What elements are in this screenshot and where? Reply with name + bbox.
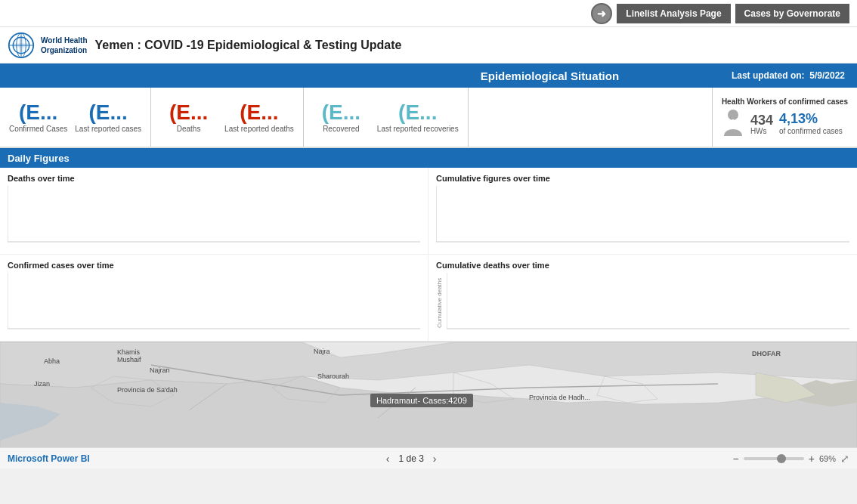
last-reported-cases-label: Last reported cases (75, 125, 141, 133)
last-deaths-label: Last reported deaths (224, 125, 294, 133)
hw-count-label: HWs (750, 127, 773, 135)
confirmed-cases-over-time-title: Confirmed cases over time (8, 261, 420, 270)
confirmed-cases-group: (E... Confirmed Cases (E... Last reporte… (0, 88, 151, 147)
confirmed-cases-label: Confirmed Cases (9, 125, 67, 133)
cumulative-deaths-panel: Cumulative deaths over time Cumulative d… (428, 255, 857, 342)
next-page-button[interactable]: › (430, 453, 440, 465)
map-label-jizan: Jizan (34, 380, 50, 388)
cumulative-figures-panel: Cumulative figures over time Cumulative … (428, 168, 857, 255)
cumulative-deaths-chart: Cumulative deaths (436, 273, 849, 333)
cumulative-deaths-title: Cumulative deaths over time (436, 261, 849, 270)
zoom-out-button[interactable]: − (733, 453, 739, 465)
svg-point-7 (728, 110, 738, 120)
recovered-stat: (E... Recovered (313, 102, 370, 133)
daily-figures-header: Daily Figures (0, 148, 857, 168)
map-label-sharourah: Sharourah (317, 373, 349, 380)
zoom-in-button[interactable]: + (809, 453, 815, 465)
map-label-dhofar: DHOFAR (752, 350, 781, 357)
last-recovered-value: (E... (398, 102, 437, 123)
person-icon (722, 109, 744, 138)
map-label-najra: Najra (314, 348, 330, 355)
deaths-over-time-chart (8, 186, 420, 246)
cumulative-deaths-axis-label: Cumulative deaths (436, 273, 447, 333)
map-area[interactable]: KhamisMushaif Abha Najran Najra Sharoura… (0, 342, 857, 447)
recovered-label: Recovered (323, 125, 359, 133)
health-workers-panel: Health Workers of confirmed cases 434 HW… (712, 88, 857, 147)
who-emblem-icon (8, 32, 35, 59)
map-label-abha: Abha (44, 357, 60, 365)
daily-figures-title: Daily Figures (8, 153, 70, 164)
hw-percent-label: of confirmed cases (779, 127, 843, 135)
cumulative-figures-chart: Cumulative cases (436, 186, 849, 246)
bottom-bar: Microsoft Power BI ‹ 1 de 3 › − + 69% ⤢ (0, 447, 857, 468)
epi-title: Epidemiological Situation (368, 70, 732, 82)
last-recovered-stat: (E... Last reported recoveries (377, 102, 459, 133)
recovered-value: (E... (322, 102, 360, 123)
hw-percent: 4,13% (779, 111, 843, 127)
page-header: World Health Organization Yemen : COVID … (0, 27, 857, 63)
deaths-stat: (E... Deaths (160, 102, 217, 133)
hw-title: Health Workers of confirmed cases (722, 97, 848, 106)
svg-rect-9 (732, 119, 734, 125)
nav-buttons: ➜ Linelist Analysis Page Cases by Govern… (591, 3, 849, 24)
page-title: Yemen : COVID -19 Epidemiological & Test… (94, 39, 401, 52)
powerbi-link[interactable]: Microsoft Power BI (8, 453, 90, 464)
map-tooltip: Hadramaut- Cases:4209 (370, 394, 473, 407)
confirmed-cases-chart (8, 273, 420, 333)
pagination: ‹ 1 de 3 › (383, 453, 440, 465)
stats-row: (E... Confirmed Cases (E... Last reporte… (0, 88, 857, 148)
hw-body: 434 HWs 4,13% of confirmed cases (722, 109, 843, 138)
confirmed-cases-stat: (E... Confirmed Cases (9, 102, 67, 133)
cumulative-figures-title: Cumulative figures over time (436, 174, 849, 183)
last-updated: Last updated on: 5/9/2022 (732, 70, 852, 81)
charts-area: Deaths over time Cumulative figures over… (0, 168, 857, 342)
linelist-analysis-button[interactable]: Linelist Analysis Page (617, 4, 730, 23)
page-info: 1 de 3 (398, 453, 423, 464)
confirmed-cases-value: (E... (19, 102, 57, 123)
confirmed-cases-over-time-panel: Confirmed cases over time (0, 255, 428, 342)
map-label-provincia2: Provincia de Hadh... (529, 394, 590, 401)
zoom-percent: 69% (819, 454, 836, 463)
who-org-text: World Health Organization (41, 36, 87, 55)
epi-section-header: Epidemiological Situation Last updated o… (0, 63, 857, 88)
last-reported-cases-stat: (E... Last reported cases (75, 102, 141, 133)
who-logo: World Health Organization (8, 32, 87, 59)
last-deaths-stat: (E... Last reported deaths (224, 102, 294, 133)
prev-page-button[interactable]: ‹ (383, 453, 393, 465)
deaths-over-time-panel: Deaths over time (0, 168, 428, 255)
deaths-group: (E... Deaths (E... Last reported deaths (151, 88, 304, 147)
cases-by-governorate-button[interactable]: Cases by Governorate (735, 4, 849, 23)
zoom-controls: − + 69% ⤢ (733, 453, 849, 465)
deaths-label: Deaths (177, 125, 201, 133)
nav-circle-icon[interactable]: ➜ (591, 3, 612, 24)
fullscreen-button[interactable]: ⤢ (840, 453, 849, 465)
recovered-group: (E... Recovered (E... Last reported reco… (304, 88, 469, 147)
last-recovered-label: Last reported recoveries (377, 125, 459, 133)
top-navigation: ➜ Linelist Analysis Page Cases by Govern… (0, 0, 857, 27)
map-label-najran: Najran (150, 366, 170, 374)
zoom-slider[interactable] (744, 457, 804, 460)
last-reported-cases-value: (E... (89, 102, 128, 123)
cumulative-cases-axis-label: Cumulative cases (436, 216, 438, 246)
map-label-khamis: KhamisMushaif (117, 348, 141, 363)
hw-count: 434 (750, 113, 773, 127)
zoom-thumb[interactable] (777, 454, 786, 463)
map-label-provincia: Provincia de Sa'dah (117, 386, 178, 394)
last-deaths-value: (E... (240, 102, 278, 123)
deaths-value: (E... (169, 102, 208, 123)
svg-rect-6 (13, 43, 29, 47)
deaths-over-time-title: Deaths over time (8, 174, 420, 183)
